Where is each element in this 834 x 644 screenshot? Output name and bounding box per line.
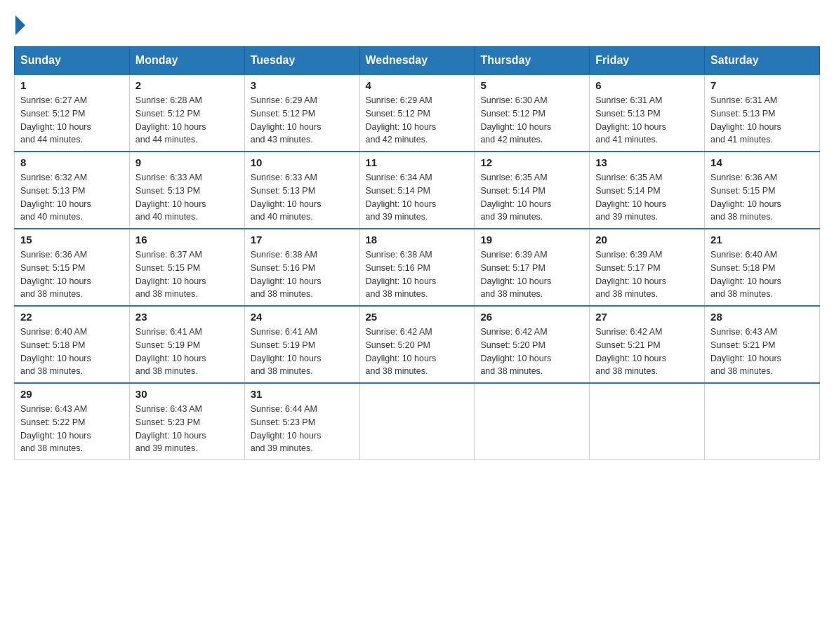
calendar-cell: 28Sunrise: 6:43 AMSunset: 5:21 PMDayligh… [705, 306, 820, 383]
day-info: Sunrise: 6:43 AMSunset: 5:21 PMDaylight:… [710, 326, 814, 378]
calendar-table: SundayMondayTuesdayWednesdayThursdayFrid… [14, 46, 820, 460]
calendar-cell: 18Sunrise: 6:38 AMSunset: 5:16 PMDayligh… [359, 229, 475, 306]
calendar-cell: 4Sunrise: 6:29 AMSunset: 5:12 PMDaylight… [359, 74, 475, 152]
calendar-cell [705, 383, 820, 460]
calendar-header-row: SundayMondayTuesdayWednesdayThursdayFrid… [15, 47, 820, 75]
day-number: 1 [20, 79, 124, 91]
logo [14, 14, 25, 35]
week-row-2: 8Sunrise: 6:32 AMSunset: 5:13 PMDaylight… [15, 152, 820, 229]
day-info: Sunrise: 6:38 AMSunset: 5:16 PMDaylight:… [366, 248, 469, 301]
header-friday: Friday [590, 47, 705, 75]
day-number: 30 [135, 388, 239, 400]
day-number: 23 [135, 311, 239, 323]
day-info: Sunrise: 6:41 AMSunset: 5:19 PMDaylight:… [251, 326, 354, 378]
day-number: 19 [480, 234, 583, 246]
calendar-cell: 26Sunrise: 6:42 AMSunset: 5:20 PMDayligh… [475, 306, 590, 383]
calendar-cell: 7Sunrise: 6:31 AMSunset: 5:13 PMDaylight… [705, 74, 820, 152]
calendar-cell: 11Sunrise: 6:34 AMSunset: 5:14 PMDayligh… [359, 152, 475, 229]
day-info: Sunrise: 6:35 AMSunset: 5:14 PMDaylight:… [595, 171, 699, 224]
day-info: Sunrise: 6:39 AMSunset: 5:17 PMDaylight:… [595, 248, 699, 301]
day-number: 24 [251, 311, 354, 323]
header-monday: Monday [129, 47, 244, 75]
day-info: Sunrise: 6:38 AMSunset: 5:16 PMDaylight:… [251, 248, 354, 301]
calendar-cell: 30Sunrise: 6:43 AMSunset: 5:23 PMDayligh… [129, 383, 244, 460]
day-info: Sunrise: 6:42 AMSunset: 5:20 PMDaylight:… [366, 326, 469, 378]
day-info: Sunrise: 6:36 AMSunset: 5:15 PMDaylight:… [20, 248, 124, 301]
header-tuesday: Tuesday [244, 47, 359, 75]
day-number: 11 [366, 156, 469, 168]
day-info: Sunrise: 6:36 AMSunset: 5:15 PMDaylight:… [710, 171, 814, 224]
day-number: 17 [251, 234, 354, 246]
day-number: 8 [20, 156, 124, 168]
calendar-cell: 25Sunrise: 6:42 AMSunset: 5:20 PMDayligh… [359, 306, 475, 383]
day-info: Sunrise: 6:27 AMSunset: 5:12 PMDaylight:… [20, 94, 124, 147]
calendar-cell: 23Sunrise: 6:41 AMSunset: 5:19 PMDayligh… [129, 306, 244, 383]
calendar-cell: 19Sunrise: 6:39 AMSunset: 5:17 PMDayligh… [475, 229, 590, 306]
calendar-cell: 16Sunrise: 6:37 AMSunset: 5:15 PMDayligh… [129, 229, 244, 306]
calendar-cell [359, 383, 475, 460]
day-info: Sunrise: 6:33 AMSunset: 5:13 PMDaylight:… [135, 171, 239, 224]
day-info: Sunrise: 6:40 AMSunset: 5:18 PMDaylight:… [710, 248, 814, 301]
calendar-cell: 15Sunrise: 6:36 AMSunset: 5:15 PMDayligh… [15, 229, 130, 306]
day-number: 18 [366, 234, 469, 246]
day-number: 3 [251, 79, 354, 91]
calendar-cell: 6Sunrise: 6:31 AMSunset: 5:13 PMDaylight… [590, 74, 705, 152]
day-number: 29 [20, 388, 124, 400]
calendar-cell: 1Sunrise: 6:27 AMSunset: 5:12 PMDaylight… [15, 74, 130, 152]
calendar-cell: 20Sunrise: 6:39 AMSunset: 5:17 PMDayligh… [590, 229, 705, 306]
day-number: 13 [595, 156, 699, 168]
day-number: 10 [251, 156, 354, 168]
day-info: Sunrise: 6:42 AMSunset: 5:20 PMDaylight:… [480, 326, 583, 378]
calendar-cell: 24Sunrise: 6:41 AMSunset: 5:19 PMDayligh… [244, 306, 359, 383]
day-number: 31 [251, 388, 354, 400]
day-number: 15 [20, 234, 124, 246]
calendar-cell: 13Sunrise: 6:35 AMSunset: 5:14 PMDayligh… [590, 152, 705, 229]
day-number: 22 [20, 311, 124, 323]
day-info: Sunrise: 6:40 AMSunset: 5:18 PMDaylight:… [20, 326, 124, 378]
day-info: Sunrise: 6:43 AMSunset: 5:23 PMDaylight:… [135, 403, 239, 455]
logo-arrow-icon [15, 15, 25, 35]
day-number: 2 [135, 79, 239, 91]
calendar-cell: 29Sunrise: 6:43 AMSunset: 5:22 PMDayligh… [15, 383, 130, 460]
calendar-cell: 9Sunrise: 6:33 AMSunset: 5:13 PMDaylight… [129, 152, 244, 229]
week-row-5: 29Sunrise: 6:43 AMSunset: 5:22 PMDayligh… [15, 383, 820, 460]
calendar-cell: 21Sunrise: 6:40 AMSunset: 5:18 PMDayligh… [705, 229, 820, 306]
day-number: 16 [135, 234, 239, 246]
calendar-cell: 10Sunrise: 6:33 AMSunset: 5:13 PMDayligh… [244, 152, 359, 229]
week-row-3: 15Sunrise: 6:36 AMSunset: 5:15 PMDayligh… [15, 229, 820, 306]
calendar-cell: 31Sunrise: 6:44 AMSunset: 5:23 PMDayligh… [244, 383, 359, 460]
header-thursday: Thursday [475, 47, 590, 75]
day-info: Sunrise: 6:35 AMSunset: 5:14 PMDaylight:… [480, 171, 583, 224]
day-info: Sunrise: 6:30 AMSunset: 5:12 PMDaylight:… [480, 94, 583, 147]
day-number: 4 [366, 79, 469, 91]
day-number: 26 [480, 311, 583, 323]
day-info: Sunrise: 6:44 AMSunset: 5:23 PMDaylight:… [251, 403, 354, 455]
day-info: Sunrise: 6:34 AMSunset: 5:14 PMDaylight:… [366, 171, 469, 224]
day-info: Sunrise: 6:31 AMSunset: 5:13 PMDaylight:… [595, 94, 699, 147]
day-number: 14 [710, 156, 814, 168]
page-header [14, 14, 820, 35]
day-number: 12 [480, 156, 583, 168]
day-info: Sunrise: 6:41 AMSunset: 5:19 PMDaylight:… [135, 326, 239, 378]
calendar-cell: 5Sunrise: 6:30 AMSunset: 5:12 PMDaylight… [475, 74, 590, 152]
day-info: Sunrise: 6:28 AMSunset: 5:12 PMDaylight:… [135, 94, 239, 147]
calendar-cell: 3Sunrise: 6:29 AMSunset: 5:12 PMDaylight… [244, 74, 359, 152]
day-info: Sunrise: 6:29 AMSunset: 5:12 PMDaylight:… [251, 94, 354, 147]
day-info: Sunrise: 6:33 AMSunset: 5:13 PMDaylight:… [251, 171, 354, 224]
calendar-cell [475, 383, 590, 460]
day-number: 27 [595, 311, 699, 323]
day-number: 5 [480, 79, 583, 91]
calendar-cell: 2Sunrise: 6:28 AMSunset: 5:12 PMDaylight… [129, 74, 244, 152]
day-info: Sunrise: 6:42 AMSunset: 5:21 PMDaylight:… [595, 326, 699, 378]
day-number: 25 [366, 311, 469, 323]
day-info: Sunrise: 6:37 AMSunset: 5:15 PMDaylight:… [135, 248, 239, 301]
calendar-cell: 8Sunrise: 6:32 AMSunset: 5:13 PMDaylight… [15, 152, 130, 229]
day-number: 7 [710, 79, 814, 91]
week-row-1: 1Sunrise: 6:27 AMSunset: 5:12 PMDaylight… [15, 74, 820, 152]
header-sunday: Sunday [15, 47, 130, 75]
calendar-cell: 27Sunrise: 6:42 AMSunset: 5:21 PMDayligh… [590, 306, 705, 383]
calendar-cell: 14Sunrise: 6:36 AMSunset: 5:15 PMDayligh… [705, 152, 820, 229]
calendar-cell: 12Sunrise: 6:35 AMSunset: 5:14 PMDayligh… [475, 152, 590, 229]
calendar-cell: 17Sunrise: 6:38 AMSunset: 5:16 PMDayligh… [244, 229, 359, 306]
day-number: 21 [710, 234, 814, 246]
